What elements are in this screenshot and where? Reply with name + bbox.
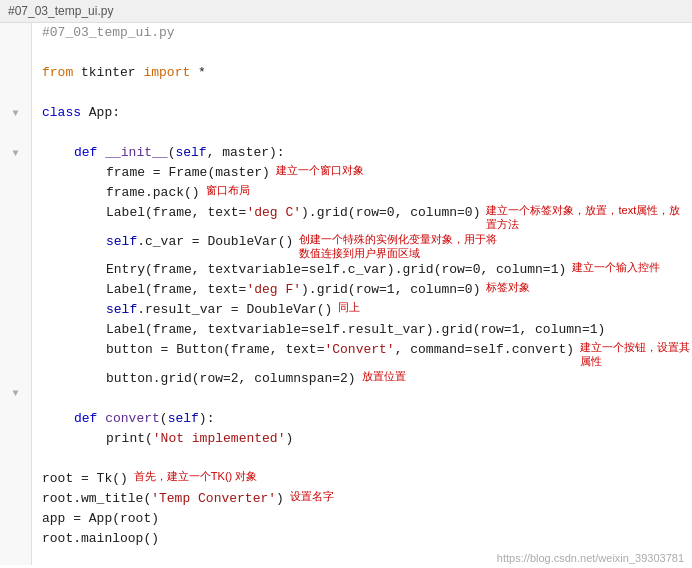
code-tokens: button = Button(frame, text='Convert', c… (106, 340, 574, 360)
code-tokens: root.mainloop() (42, 529, 159, 549)
code-tokens: def convert(self): (74, 409, 214, 429)
code-tokens: Label(frame, textvariable=self.result_va… (106, 320, 605, 340)
code-line: def convert(self): (42, 409, 692, 429)
code-line: root = Tk()首先，建立一个TK() 对象 (42, 469, 692, 489)
code-tokens: class App: (42, 103, 120, 123)
code-line: root.mainloop() (42, 529, 692, 549)
code-tokens: root.wm_title('Temp Converter') (42, 489, 284, 509)
code-line: self.result_var = DoubleVar()同上 (42, 300, 692, 320)
code-line: self.c_var = DoubleVar()创建一个特殊的实例化变量对象，用… (42, 232, 692, 261)
code-content[interactable]: #07_03_temp_ui.pyfrom tkinter import *cl… (32, 23, 692, 565)
line-gutter: ▼▼▼ (0, 23, 32, 565)
code-line: Label(frame, textvariable=self.result_va… (42, 320, 692, 340)
editor-container: #07_03_temp_ui.py ▼▼▼ #07_03_temp_ui.pyf… (0, 0, 692, 568)
line-annotation: 创建一个特殊的实例化变量对象，用于将数值连接到用户界面区域 (299, 232, 499, 261)
code-line: def __init__(self, master): (42, 143, 692, 163)
code-line: class App: (42, 103, 692, 123)
code-tokens: frame = Frame(master) (106, 163, 270, 183)
watermark: https://blog.csdn.net/weixin_39303781 (497, 552, 684, 564)
code-line: #07_03_temp_ui.py (42, 23, 692, 43)
code-line: Label(frame, text='deg C').grid(row=0, c… (42, 203, 692, 232)
code-line (42, 43, 692, 63)
code-tokens: Label(frame, text='deg F').grid(row=1, c… (106, 280, 480, 300)
code-line: app = App(root) (42, 509, 692, 529)
code-line: Label(frame, text='deg F').grid(row=1, c… (42, 280, 692, 300)
line-annotation: 标签对象 (486, 280, 530, 294)
line-annotation: 同上 (338, 300, 360, 314)
code-tokens: app = App(root) (42, 509, 159, 529)
code-line (42, 449, 692, 469)
code-tokens: Label(frame, text='deg C').grid(row=0, c… (106, 203, 480, 223)
code-line (42, 123, 692, 143)
code-tokens: self.result_var = DoubleVar() (106, 300, 332, 320)
code-line: frame.pack()窗口布局 (42, 183, 692, 203)
code-tokens: Entry(frame, textvariable=self.c_var).gr… (106, 260, 566, 280)
code-tokens: frame.pack() (106, 183, 200, 203)
code-line: from tkinter import * (42, 63, 692, 83)
file-title: #07_03_temp_ui.py (8, 4, 113, 18)
title-bar: #07_03_temp_ui.py (0, 0, 692, 23)
line-annotation: 窗口布局 (206, 183, 250, 197)
code-line: button = Button(frame, text='Convert', c… (42, 340, 692, 369)
code-line (42, 83, 692, 103)
code-tokens: self.c_var = DoubleVar() (106, 232, 293, 252)
code-tokens: button.grid(row=2, columnspan=2) (106, 369, 356, 389)
line-annotation: 建立一个标签对象，放置，text属性，放置方法 (486, 203, 686, 232)
code-tokens: root = Tk() (42, 469, 128, 489)
code-area: ▼▼▼ #07_03_temp_ui.pyfrom tkinter import… (0, 23, 692, 565)
code-line (42, 389, 692, 409)
code-line: button.grid(row=2, columnspan=2)放置位置 (42, 369, 692, 389)
code-tokens: def __init__(self, master): (74, 143, 285, 163)
code-tokens: from tkinter import * (42, 63, 206, 83)
code-tokens: print('Not implemented') (106, 429, 293, 449)
code-tokens: #07_03_temp_ui.py (42, 23, 175, 43)
code-line: frame = Frame(master)建立一个窗口对象 (42, 163, 692, 183)
code-line: Entry(frame, textvariable=self.c_var).gr… (42, 260, 692, 280)
line-annotation: 建立一个输入控件 (572, 260, 660, 274)
line-annotation: 放置位置 (362, 369, 406, 383)
line-annotation: 首先，建立一个TK() 对象 (134, 469, 257, 483)
line-annotation: 建立一个窗口对象 (276, 163, 364, 177)
line-annotation: 建立一个按钮，设置其属性 (580, 340, 692, 369)
code-line: print('Not implemented') (42, 429, 692, 449)
code-line: root.wm_title('Temp Converter')设置名字 (42, 489, 692, 509)
line-annotation: 设置名字 (290, 489, 334, 503)
